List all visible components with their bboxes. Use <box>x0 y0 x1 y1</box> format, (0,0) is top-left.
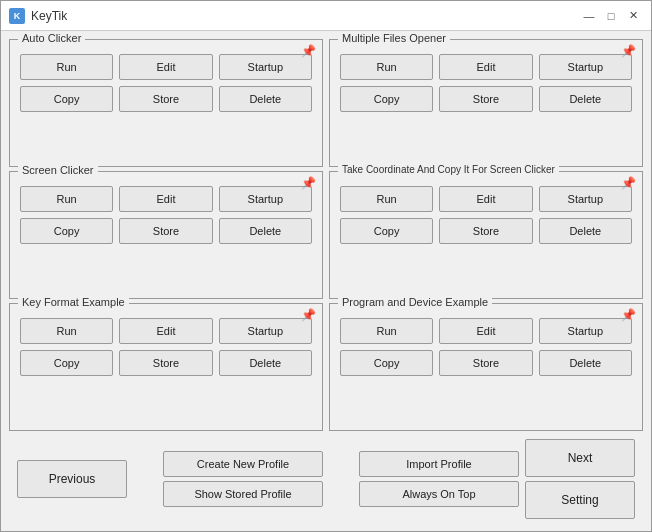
auto-clicker-startup[interactable]: Startup <box>219 54 312 80</box>
multiple-files-edit[interactable]: Edit <box>439 54 532 80</box>
create-profile-button[interactable]: Create New Profile <box>163 451 323 477</box>
key-format-copy[interactable]: Copy <box>20 350 113 376</box>
program-device-run[interactable]: Run <box>340 318 433 344</box>
multiple-files-pin[interactable]: 📌 <box>621 44 636 58</box>
auto-clicker-copy[interactable]: Copy <box>20 86 113 112</box>
key-format-title: Key Format Example <box>18 296 129 308</box>
multiple-files-startup[interactable]: Startup <box>539 54 632 80</box>
app-title: KeyTik <box>31 9 579 23</box>
auto-clicker-run[interactable]: Run <box>20 54 113 80</box>
key-format-startup[interactable]: Startup <box>219 318 312 344</box>
take-coordinate-store[interactable]: Store <box>439 218 532 244</box>
panels-row-2: Screen Clicker 📌 Run Edit Startup Copy S… <box>9 171 643 299</box>
auto-clicker-pin[interactable]: 📌 <box>301 44 316 58</box>
screen-clicker-edit[interactable]: Edit <box>119 186 212 212</box>
screen-clicker-panel: Screen Clicker 📌 Run Edit Startup Copy S… <box>9 171 323 299</box>
right-controls: Next Setting <box>525 439 635 519</box>
take-coordinate-row2: Copy Store Delete <box>340 218 632 244</box>
close-button[interactable]: ✕ <box>623 6 643 26</box>
show-stored-profile-button[interactable]: Show Stored Profile <box>163 481 323 507</box>
multiple-files-title: Multiple Files Opener <box>338 32 450 44</box>
take-coordinate-delete[interactable]: Delete <box>539 218 632 244</box>
multiple-files-delete[interactable]: Delete <box>539 86 632 112</box>
screen-clicker-delete[interactable]: Delete <box>219 218 312 244</box>
take-coordinate-startup[interactable]: Startup <box>539 186 632 212</box>
previous-button[interactable]: Previous <box>17 460 127 498</box>
auto-clicker-edit[interactable]: Edit <box>119 54 212 80</box>
take-coordinate-pin[interactable]: 📌 <box>621 176 636 190</box>
multiple-files-panel: Multiple Files Opener 📌 Run Edit Startup… <box>329 39 643 167</box>
window-controls: — □ ✕ <box>579 6 643 26</box>
auto-clicker-panel: Auto Clicker 📌 Run Edit Startup Copy Sto… <box>9 39 323 167</box>
minimize-button[interactable]: — <box>579 6 599 26</box>
panels-row-3: Key Format Example 📌 Run Edit Startup Co… <box>9 303 643 431</box>
multiple-files-row2: Copy Store Delete <box>340 86 632 112</box>
screen-clicker-title: Screen Clicker <box>18 164 98 176</box>
screen-clicker-run[interactable]: Run <box>20 186 113 212</box>
setting-button[interactable]: Setting <box>525 481 635 519</box>
program-device-pin[interactable]: 📌 <box>621 308 636 322</box>
screen-clicker-row2: Copy Store Delete <box>20 218 312 244</box>
always-on-top-button[interactable]: Always On Top <box>359 481 519 507</box>
multiple-files-run[interactable]: Run <box>340 54 433 80</box>
key-format-row1: Run Edit Startup <box>20 318 312 344</box>
screen-clicker-copy[interactable]: Copy <box>20 218 113 244</box>
bottom-bar: Previous Create New Profile Show Stored … <box>9 435 643 523</box>
maximize-button[interactable]: □ <box>601 6 621 26</box>
main-content: Auto Clicker 📌 Run Edit Startup Copy Sto… <box>1 31 651 531</box>
main-window: K KeyTik — □ ✕ Auto Clicker 📌 Run Edit S… <box>0 0 652 532</box>
program-device-store[interactable]: Store <box>439 350 532 376</box>
key-format-run[interactable]: Run <box>20 318 113 344</box>
take-coordinate-title: Take Coordinate And Copy It For Screen C… <box>338 164 559 175</box>
auto-clicker-row1: Run Edit Startup <box>20 54 312 80</box>
screen-clicker-store[interactable]: Store <box>119 218 212 244</box>
title-bar: K KeyTik — □ ✕ <box>1 1 651 31</box>
multiple-files-copy[interactable]: Copy <box>340 86 433 112</box>
program-device-title: Program and Device Example <box>338 296 492 308</box>
auto-clicker-store[interactable]: Store <box>119 86 212 112</box>
screen-clicker-pin[interactable]: 📌 <box>301 176 316 190</box>
key-format-row2: Copy Store Delete <box>20 350 312 376</box>
take-coordinate-panel: Take Coordinate And Copy It For Screen C… <box>329 171 643 299</box>
key-format-panel: Key Format Example 📌 Run Edit Startup Co… <box>9 303 323 431</box>
program-device-edit[interactable]: Edit <box>439 318 532 344</box>
import-group: Import Profile Always On Top <box>359 451 519 507</box>
take-coordinate-edit[interactable]: Edit <box>439 186 532 212</box>
multiple-files-row1: Run Edit Startup <box>340 54 632 80</box>
program-device-startup[interactable]: Startup <box>539 318 632 344</box>
take-coordinate-run[interactable]: Run <box>340 186 433 212</box>
app-icon: K <box>9 8 25 24</box>
auto-clicker-delete[interactable]: Delete <box>219 86 312 112</box>
key-format-store[interactable]: Store <box>119 350 212 376</box>
screen-clicker-startup[interactable]: Startup <box>219 186 312 212</box>
screen-clicker-row1: Run Edit Startup <box>20 186 312 212</box>
key-format-delete[interactable]: Delete <box>219 350 312 376</box>
program-device-row1: Run Edit Startup <box>340 318 632 344</box>
auto-clicker-row2: Copy Store Delete <box>20 86 312 112</box>
import-profile-button[interactable]: Import Profile <box>359 451 519 477</box>
program-device-row2: Copy Store Delete <box>340 350 632 376</box>
take-coordinate-copy[interactable]: Copy <box>340 218 433 244</box>
panels-row-1: Auto Clicker 📌 Run Edit Startup Copy Sto… <box>9 39 643 167</box>
take-coordinate-row1: Run Edit Startup <box>340 186 632 212</box>
key-format-pin[interactable]: 📌 <box>301 308 316 322</box>
multiple-files-store[interactable]: Store <box>439 86 532 112</box>
auto-clicker-title: Auto Clicker <box>18 32 85 44</box>
program-device-copy[interactable]: Copy <box>340 350 433 376</box>
program-device-delete[interactable]: Delete <box>539 350 632 376</box>
bottom-actions: Create New Profile Show Stored Profile <box>133 451 353 507</box>
next-button[interactable]: Next <box>525 439 635 477</box>
key-format-edit[interactable]: Edit <box>119 318 212 344</box>
program-device-panel: Program and Device Example 📌 Run Edit St… <box>329 303 643 431</box>
